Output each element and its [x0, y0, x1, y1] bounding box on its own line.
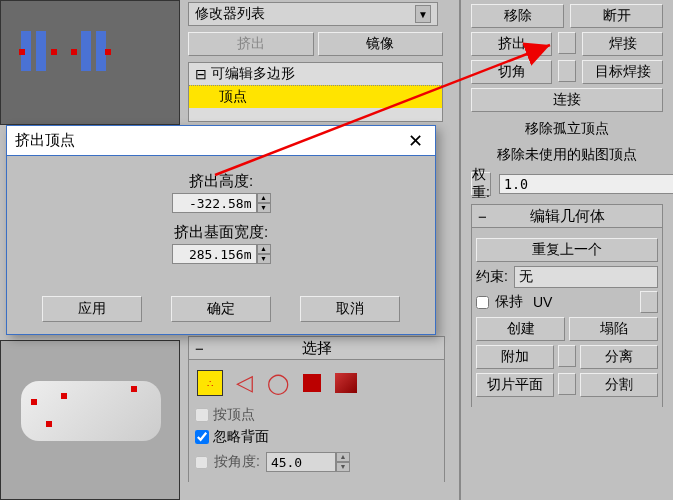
dialog-title: 挤出顶点 — [15, 131, 75, 150]
break-button[interactable]: 断开 — [570, 4, 663, 28]
cancel-button[interactable]: 取消 — [300, 296, 400, 322]
extrude-settings-button[interactable] — [558, 32, 576, 54]
edit-vertices-panel: 移除 断开 挤出 焊接 切角 目标焊接 连接 移除孤立顶点 移除未使用的贴图顶点… — [459, 0, 673, 500]
weld-button[interactable]: 焊接 — [582, 32, 663, 56]
preserve-settings-button[interactable] — [640, 291, 658, 313]
extrude-button[interactable]: 挤出 — [188, 32, 314, 56]
collapse-button[interactable]: 塌陷 — [569, 317, 658, 341]
rollout-title: 选择 — [302, 339, 332, 358]
chamfer-settings-button[interactable] — [558, 60, 576, 82]
create-button[interactable]: 创建 — [476, 317, 565, 341]
split-settings-button[interactable] — [558, 373, 576, 395]
mirror-button[interactable]: 镜像 — [318, 32, 444, 56]
editgeo-rollout-header[interactable]: − 编辑几何体 — [471, 204, 663, 228]
tree-item-editpoly[interactable]: ⊟ 可编辑多边形 — [189, 63, 442, 85]
expand-icon: ⊟ — [195, 66, 207, 82]
spinner-down-icon[interactable]: ▼ — [257, 254, 271, 264]
dialog-titlebar[interactable]: 挤出顶点 ✕ — [7, 126, 435, 156]
ignoreback-checkbox[interactable] — [195, 430, 209, 444]
viewport-top[interactable] — [0, 0, 180, 125]
polygon-subobj-icon[interactable] — [299, 370, 325, 396]
width-input[interactable] — [172, 244, 257, 264]
modifier-list-dropdown[interactable]: 修改器列表 ▼ — [188, 2, 438, 26]
tree-label: 可编辑多边形 — [211, 65, 295, 83]
remove-iso-label: 移除孤立顶点 — [461, 116, 673, 142]
extrude-vertices-dialog: 挤出顶点 ✕ 挤出高度: ▲ ▼ 挤出基面宽度: ▲ ▼ 应用 — [6, 125, 436, 335]
preserve-label: 保持 — [495, 293, 523, 311]
extrude-button[interactable]: 挤出 — [471, 32, 552, 56]
constraint-dropdown[interactable]: 无 — [514, 266, 658, 288]
weight-button[interactable]: 权重: — [471, 172, 491, 196]
dropdown-label: 修改器列表 — [195, 5, 265, 23]
chamfer-button[interactable]: 切角 — [471, 60, 552, 84]
detach-button[interactable]: 分离 — [580, 345, 658, 369]
remove-unused-label: 移除未使用的贴图顶点 — [461, 142, 673, 168]
viewport-bottom[interactable] — [0, 340, 180, 500]
spinner-up-icon[interactable]: ▲ — [336, 452, 350, 462]
attach-settings-button[interactable] — [558, 345, 576, 367]
ignoreback-label: 忽略背面 — [213, 428, 269, 446]
attach-button[interactable]: 附加 — [476, 345, 554, 369]
rollout-title: 编辑几何体 — [530, 207, 605, 226]
repeat-button[interactable]: 重复上一个 — [476, 238, 658, 262]
tree-label: 顶点 — [219, 88, 247, 106]
byvertex-label: 按顶点 — [213, 406, 255, 424]
byangle-label: 按角度: — [214, 453, 260, 471]
constraint-value: 无 — [519, 268, 533, 286]
connect-button[interactable]: 连接 — [471, 88, 663, 112]
selection-rollout-header[interactable]: − 选择 — [188, 336, 445, 360]
chevron-down-icon: ▼ — [415, 5, 431, 23]
preserve-checkbox[interactable] — [476, 296, 489, 309]
close-icon[interactable]: ✕ — [403, 129, 427, 153]
sliceplane-button[interactable]: 切片平面 — [476, 373, 554, 397]
byangle-checkbox[interactable] — [195, 456, 208, 469]
height-input[interactable] — [172, 193, 257, 213]
spinner-down-icon[interactable]: ▼ — [257, 203, 271, 213]
element-subobj-icon[interactable] — [333, 370, 359, 396]
vertex-subobj-icon[interactable]: ∴ — [197, 370, 223, 396]
byvertex-checkbox[interactable] — [195, 408, 209, 422]
split-button[interactable]: 分割 — [580, 373, 658, 397]
minus-icon: − — [195, 340, 204, 357]
spinner-down-icon[interactable]: ▼ — [336, 462, 350, 472]
ok-button[interactable]: 确定 — [171, 296, 271, 322]
minus-icon: − — [478, 208, 487, 225]
targetweld-button[interactable]: 目标焊接 — [582, 60, 663, 84]
height-label: 挤出高度: — [7, 172, 435, 191]
angle-input[interactable] — [266, 452, 336, 472]
spinner-up-icon[interactable]: ▲ — [257, 244, 271, 254]
edge-subobj-icon[interactable]: ◁ — [231, 370, 257, 396]
width-label: 挤出基面宽度: — [7, 223, 435, 242]
tree-item-vertex[interactable]: 顶点 — [189, 85, 442, 108]
modifier-stack[interactable]: ⊟ 可编辑多边形 顶点 — [188, 62, 443, 122]
uv-label: UV — [533, 294, 552, 310]
apply-button[interactable]: 应用 — [42, 296, 142, 322]
remove-button[interactable]: 移除 — [471, 4, 564, 28]
border-subobj-icon[interactable]: ◯ — [265, 370, 291, 396]
weight-input[interactable] — [499, 174, 673, 194]
constraint-label: 约束: — [476, 268, 508, 286]
spinner-up-icon[interactable]: ▲ — [257, 193, 271, 203]
